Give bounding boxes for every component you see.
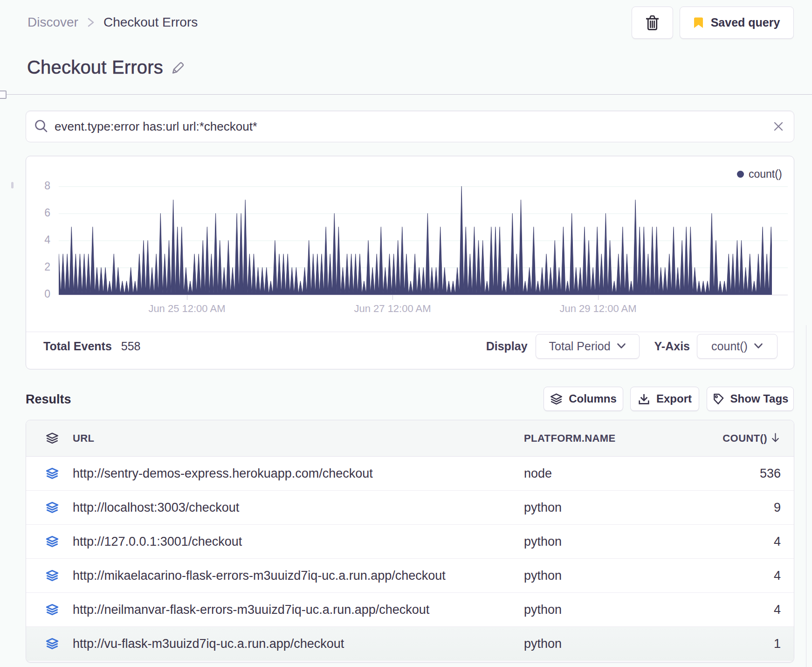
cell-url: http://mikaelacarino-flask-errors-m3uuiz…	[73, 559, 446, 592]
download-icon	[638, 393, 650, 405]
cell-count: 4	[774, 525, 781, 558]
stack-icon[interactable]	[46, 467, 59, 482]
display-value: Total Period	[549, 340, 611, 353]
breadcrumb: Discover Checkout Errors	[28, 15, 198, 30]
stack-icon[interactable]	[46, 432, 59, 446]
saved-query-label: Saved query	[711, 16, 780, 29]
cell-count: 4	[774, 559, 781, 592]
stack-icon[interactable]	[46, 638, 59, 652]
cell-platform: python	[524, 593, 562, 626]
yaxis-label: Y-Axis	[654, 340, 690, 353]
x-tick	[392, 295, 393, 300]
table-row[interactable]: http://neilmanvar-flask-errors-m3uuizd7i…	[26, 593, 794, 627]
column-header-platform[interactable]: PLATFORM.NAME	[524, 420, 616, 457]
y-tick-label: 4	[22, 234, 50, 246]
page-title: Checkout Errors	[27, 57, 163, 78]
search-bar[interactable]: event.type:error has:url url:*checkout*	[26, 111, 794, 142]
breadcrumb-current: Checkout Errors	[103, 15, 198, 30]
cell-count: 9	[774, 491, 781, 524]
yaxis-value: count()	[711, 340, 748, 353]
results-table: URL PLATFORM.NAME COUNT() http://sentr	[26, 420, 794, 662]
table-row[interactable]: http://localhost:3003/checkout python 9	[26, 491, 794, 525]
y-tick-label: 8	[22, 180, 50, 192]
chart-x-axis	[59, 295, 788, 295]
scrollbar-pill	[11, 182, 14, 188]
y-tick-label: 0	[22, 288, 50, 300]
x-tick-label: Jun 25 12:00 AM	[148, 303, 225, 315]
x-tick-label: Jun 27 12:00 AM	[354, 303, 431, 315]
show-tags-button[interactable]: Show Tags	[707, 387, 794, 411]
right-edge-line	[806, 325, 806, 667]
bookmark-icon	[694, 17, 703, 28]
cell-count: 1	[774, 627, 781, 661]
sort-desc-icon	[771, 433, 780, 445]
saved-query-button[interactable]: Saved query	[680, 7, 794, 39]
clear-search-icon[interactable]	[773, 121, 784, 132]
chevron-right-icon	[87, 16, 95, 28]
results-heading: Results	[26, 392, 71, 407]
cell-platform: node	[524, 457, 552, 490]
cell-url: http://localhost:3003/checkout	[73, 491, 239, 524]
cell-url: http://neilmanvar-flask-errors-m3uuizd7i…	[73, 593, 429, 626]
cell-platform: python	[524, 525, 562, 558]
export-button[interactable]: Export	[630, 387, 699, 411]
x-tick	[598, 295, 599, 300]
search-icon	[34, 119, 49, 137]
discover-page: Discover Checkout Errors Saved query Che…	[0, 0, 812, 667]
chevron-down-icon	[754, 343, 763, 351]
edit-title-icon[interactable]	[171, 61, 186, 78]
export-label: Export	[656, 392, 692, 405]
layers-icon	[550, 393, 563, 405]
page-title-row: Checkout Errors	[27, 57, 186, 78]
table-row[interactable]: http://sentry-demos-express.herokuapp.co…	[26, 457, 794, 491]
cell-platform: python	[524, 627, 562, 661]
column-header-url[interactable]: URL	[73, 420, 94, 457]
delete-query-button[interactable]	[632, 7, 673, 39]
total-events: Total Events 558	[43, 332, 141, 361]
x-tick-label: Jun 29 12:00 AM	[559, 303, 636, 315]
legend-dot-icon	[737, 171, 744, 178]
cell-count: 4	[774, 593, 781, 626]
breadcrumb-discover[interactable]: Discover	[28, 15, 78, 30]
stack-icon[interactable]	[46, 570, 59, 584]
total-events-label: Total Events	[43, 340, 112, 353]
scroll-corner-artifact	[0, 90, 7, 99]
y-tick-label: 2	[22, 261, 50, 273]
y-tick-label: 6	[22, 207, 50, 219]
table-row[interactable]: http://vu-flask-m3uuizd7iq-uc.a.run.app/…	[26, 627, 794, 661]
cell-platform: python	[524, 559, 562, 592]
chevron-down-icon	[617, 343, 626, 351]
chart-footer: Total Events 558 Display Total Period Y-…	[26, 332, 794, 361]
cell-count: 536	[760, 457, 781, 490]
stack-icon[interactable]	[46, 535, 59, 550]
cell-url: http://sentry-demos-express.herokuapp.co…	[73, 457, 373, 490]
table-body: http://sentry-demos-express.herokuapp.co…	[26, 457, 794, 661]
cell-url: http://vu-flask-m3uuizd7iq-uc.a.run.app/…	[73, 627, 344, 661]
table-row[interactable]: http://mikaelacarino-flask-errors-m3uuiz…	[26, 559, 794, 593]
x-tick	[187, 295, 187, 300]
area-chart[interactable]	[59, 186, 772, 295]
table-header: URL PLATFORM.NAME COUNT()	[26, 420, 794, 457]
cell-url: http://127.0.0.1:3001/checkout	[73, 525, 242, 558]
columns-button[interactable]: Columns	[544, 387, 623, 411]
total-events-value: 558	[121, 340, 141, 353]
table-row[interactable]: http://127.0.0.1:3001/checkout python 4	[26, 525, 794, 559]
stack-icon[interactable]	[46, 604, 59, 618]
tag-icon	[712, 393, 724, 405]
legend-label: count()	[749, 168, 782, 181]
search-input[interactable]: event.type:error has:url url:*checkout*	[55, 119, 773, 134]
count-header-text: COUNT()	[723, 432, 767, 445]
columns-label: Columns	[569, 392, 617, 405]
stack-icon[interactable]	[46, 501, 59, 516]
column-header-count[interactable]: COUNT()	[723, 420, 780, 457]
display-label: Display	[486, 340, 528, 353]
chart-legend[interactable]: count()	[737, 168, 782, 181]
show-tags-label: Show Tags	[730, 392, 789, 405]
yaxis-dropdown[interactable]: count()	[697, 334, 778, 359]
chart-footer-controls: Display Total Period Y-Axis count()	[486, 332, 778, 361]
trash-icon	[646, 15, 659, 30]
header-divider	[0, 94, 812, 95]
display-dropdown[interactable]: Total Period	[536, 334, 640, 359]
cell-platform: python	[524, 491, 562, 524]
